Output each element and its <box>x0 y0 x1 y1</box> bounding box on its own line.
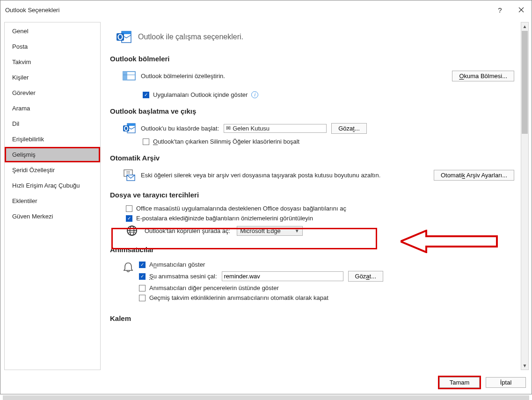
panes-row: Outlook bölmelerini özelleştirin. Okuma … <box>122 67 514 84</box>
svg-rect-7 <box>123 72 127 80</box>
reminders-ontop-checkbox[interactable]: Anımsatıcıları diğer pencerelerin üstünd… <box>139 284 279 291</box>
open-links-label: Outlook'tan köprüleri şurada aç: <box>145 227 230 234</box>
section-title-reminders: Anımsatıcılar <box>110 246 514 254</box>
sidebar-item-language[interactable]: Dil <box>5 116 100 131</box>
sidebar-item-search[interactable]: Arama <box>5 101 100 116</box>
section-title-pen: Kalem <box>110 314 514 322</box>
sidebar-item-advanced[interactable]: Gelişmiş <box>5 147 100 162</box>
sidebar-item-customize-ribbon[interactable]: Şeridi Özelleştir <box>5 162 100 178</box>
link-previews-checkbox[interactable]: E-postalara eklediğinizde bağlantıların … <box>126 215 313 222</box>
vertical-scrollbar[interactable]: ▲ ▼ <box>521 22 529 370</box>
start-in-label: Outlook'u bu klasörde başlat: <box>141 125 219 132</box>
archive-icon <box>122 168 136 182</box>
outlook-icon <box>116 29 132 45</box>
help-button[interactable]: ? <box>489 3 510 16</box>
checkbox-icon <box>126 205 132 212</box>
sound-file-input[interactable] <box>222 271 343 281</box>
play-sound-checkbox[interactable]: Şu anımsatma sesini çal: <box>139 273 217 280</box>
show-apps-label: Uygulamaları Outlook içinde göster <box>153 91 248 98</box>
scroll-thumb[interactable] <box>522 31 528 134</box>
bottom-shadow <box>3 395 529 400</box>
cancel-button[interactable]: İptal <box>486 377 526 388</box>
section-title-filebrowser: Dosya ve tarayıcı tercihleri <box>110 191 514 199</box>
sidebar-item-accessibility[interactable]: Erişilebilirlik <box>5 131 100 147</box>
panes-icon <box>122 69 136 83</box>
globe-icon <box>126 225 138 237</box>
sidebar-item-addins[interactable]: Eklentiler <box>5 193 100 209</box>
show-apps-checkbox[interactable]: Uygulamaları Outlook içinde göster i <box>143 91 258 98</box>
auto-archive-button[interactable]: Otomatik Arşiv Ayarları... <box>434 170 514 181</box>
intro-text: Outlook ile çalışma seçenekleri. <box>138 33 243 41</box>
ok-highlight: Tamam <box>438 376 481 389</box>
start-folder-field[interactable]: ✉ Gelen Kutusu <box>224 124 327 133</box>
show-reminders-label: Anımsatıcıları göster <box>149 261 205 268</box>
scroll-up-icon[interactable]: ▲ <box>521 22 528 30</box>
reminders-ontop-label: Anımsatıcıları diğer pencerelerin üstünd… <box>149 284 279 291</box>
browse-sound-button[interactable]: Gözat... <box>348 271 384 282</box>
titlebar: Outlook Seçenekleri ? <box>0 0 532 19</box>
archive-desc: Eski öğeleri silerek veya bir arşiv veri… <box>141 172 429 179</box>
close-icon <box>518 7 524 13</box>
checkbox-icon <box>139 285 146 291</box>
play-sound-label: Şu anımsatma sesini çal: <box>149 273 217 280</box>
show-reminders-checkbox[interactable]: Anımsatıcıları göster <box>139 261 205 268</box>
body-area: Genel Posta Takvim Kişiler Görevler Aram… <box>0 19 532 373</box>
options-dialog: Outlook Seçenekleri ? Genel Posta Takvim… <box>0 0 532 394</box>
browser-combo[interactable]: Microsoft Edge ▼ <box>237 226 303 236</box>
open-office-links-label: Office masaüstü uygulamalarında destekle… <box>136 205 346 212</box>
sidebar-item-mail[interactable]: Posta <box>5 39 100 54</box>
content: Outlook ile çalışma seçenekleri. Outlook… <box>104 22 521 370</box>
sidebar-item-quick-access[interactable]: Hızlı Erişim Araç Çubuğu <box>5 178 100 193</box>
auto-dismiss-label: Geçmiş takvim etkinliklerinin anımsatıcı… <box>149 294 328 301</box>
checkbox-icon <box>143 138 149 145</box>
sidebar-item-calendar[interactable]: Takvim <box>5 54 100 70</box>
section-title-panes: Outlook bölmeleri <box>110 55 514 63</box>
sidebar-item-trust-center[interactable]: Güven Merkezi <box>5 209 100 224</box>
close-button[interactable] <box>510 3 532 16</box>
checkbox-icon <box>126 215 132 222</box>
scroll-down-icon[interactable]: ▼ <box>521 362 528 370</box>
ok-button[interactable]: Tamam <box>439 377 480 388</box>
checkbox-icon <box>139 295 146 301</box>
scroll-track[interactable] <box>521 134 528 362</box>
sidebar: Genel Posta Takvim Kişiler Görevler Aram… <box>4 22 101 370</box>
empty-deleted-checkbox[interactable]: Outlook'tan çıkarken Silinmiş Öğeler kla… <box>143 138 299 145</box>
info-icon[interactable]: i <box>251 91 258 98</box>
start-folder-value: Gelen Kutusu <box>233 125 270 132</box>
chevron-down-icon: ▼ <box>295 228 299 233</box>
panes-desc: Outlook bölmelerini özelleştirin. <box>141 73 447 80</box>
outlook-start-icon <box>122 121 136 135</box>
intro-row: Outlook ile çalışma seçenekleri. <box>116 25 514 54</box>
link-previews-label: E-postalara eklediğinizde bağlantıların … <box>136 215 313 222</box>
auto-dismiss-checkbox[interactable]: Geçmiş takvim etkinliklerinin anımsatıcı… <box>139 294 328 301</box>
browser-value: Microsoft Edge <box>240 227 281 234</box>
sidebar-item-people[interactable]: Kişiler <box>5 70 100 85</box>
empty-deleted-label: Outlook'tan çıkarken Silinmiş Öğeler kla… <box>153 138 299 145</box>
content-wrap: Outlook ile çalışma seçenekleri. Outlook… <box>104 22 529 370</box>
section-title-startup: Outlook başlatma ve çıkış <box>110 107 514 115</box>
footer: Tamam İptal <box>0 373 532 394</box>
browse-start-folder-button[interactable]: Gözat... <box>331 123 367 134</box>
checkbox-icon <box>143 92 149 98</box>
sidebar-item-tasks[interactable]: Görevler <box>5 85 100 101</box>
reading-pane-button[interactable]: Okuma Bölmesi... <box>452 71 514 81</box>
sidebar-item-general[interactable]: Genel <box>5 23 100 39</box>
checkbox-icon <box>139 262 146 268</box>
bell-icon <box>122 262 134 274</box>
section-title-archive: Otomatik Arşiv <box>110 154 514 162</box>
checkbox-icon <box>139 273 146 280</box>
window-title: Outlook Seçenekleri <box>5 7 489 14</box>
open-office-links-checkbox[interactable]: Office masaüstü uygulamalarında destekle… <box>126 205 346 212</box>
envelope-icon: ✉ <box>226 125 231 131</box>
